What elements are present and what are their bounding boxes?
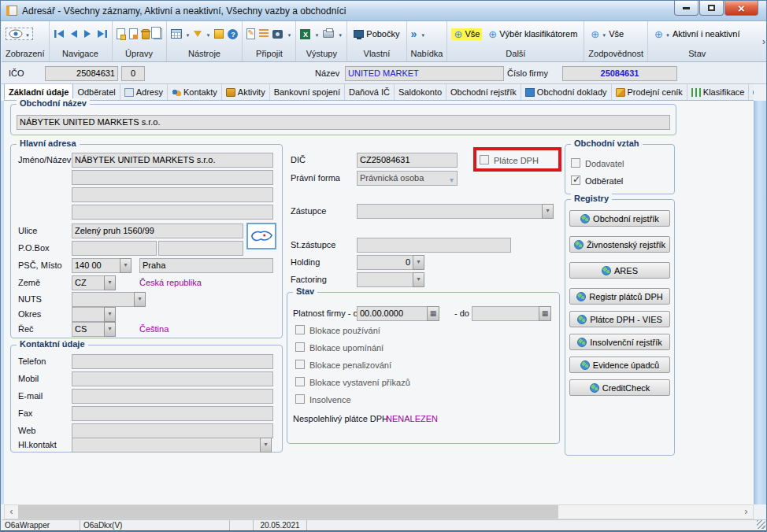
new-record-icon[interactable] xyxy=(117,28,125,39)
tab-prodejni-cenik[interactable]: Prodejní ceník xyxy=(612,84,687,100)
toolbar-overflow-button[interactable] xyxy=(746,21,767,61)
attachment-icon[interactable] xyxy=(272,30,283,39)
menu-arrows-icon[interactable] xyxy=(411,29,417,39)
insolvence-checkbox[interactable] xyxy=(295,394,305,404)
tab-danova-ic[interactable]: Daňová IČ xyxy=(345,84,395,100)
dic-field[interactable]: CZ25084631 xyxy=(357,153,458,168)
web-field[interactable] xyxy=(72,423,273,438)
list-icon[interactable] xyxy=(259,29,269,39)
chevron-down-icon[interactable] xyxy=(206,29,210,39)
blokace-pouzivani-checkbox[interactable] xyxy=(295,325,305,334)
registr-platcu-dph-button[interactable]: Registr plátců DPH xyxy=(569,288,670,305)
holding-field[interactable]: 0 xyxy=(357,255,413,270)
zastupce-field[interactable] xyxy=(357,204,543,219)
help-icon[interactable] xyxy=(228,29,238,39)
tab-obchodni-doklady[interactable]: Obchodní doklady xyxy=(521,84,612,100)
telefon-field[interactable] xyxy=(72,354,273,369)
platce-dph-vies-button[interactable]: Plátce DPH - VIES xyxy=(569,311,670,327)
chevron-down-icon[interactable] xyxy=(314,29,319,39)
tab-klasifikace[interactable]: Klasifikace xyxy=(687,84,750,100)
misto-field[interactable]: Praha xyxy=(139,258,273,273)
tab-saldokonto[interactable]: Saldokonto xyxy=(395,84,446,100)
ares-button[interactable]: ARES xyxy=(569,262,670,279)
nazev-field[interactable]: UNITED MARKET xyxy=(345,66,504,81)
previous-record-icon[interactable] xyxy=(69,29,79,39)
zivnostensky-rejstrik-button[interactable]: Živnostenský rejstřík xyxy=(569,236,670,253)
jmeno-field-4[interactable] xyxy=(72,205,273,220)
factoring-lookup-button[interactable] xyxy=(413,272,424,287)
delete-record-icon[interactable] xyxy=(142,29,150,39)
resize-grip[interactable] xyxy=(757,520,765,529)
jmeno-field-3[interactable] xyxy=(72,187,273,202)
fax-field[interactable] xyxy=(72,406,273,421)
chevron-down-icon[interactable] xyxy=(421,29,425,39)
ulice-field[interactable]: Zelený pruh 1560/99 xyxy=(72,224,243,238)
blokace-penalizovani-checkbox[interactable] xyxy=(295,360,305,369)
mobil-field[interactable] xyxy=(72,371,273,386)
creditcheck-button[interactable]: CreditCheck xyxy=(569,379,670,396)
psc-field[interactable]: 140 00 xyxy=(72,258,120,273)
last-record-icon[interactable] xyxy=(96,29,108,39)
tab-zakladni-udaje[interactable]: Základní údaje xyxy=(4,84,73,100)
scroll-left-button[interactable] xyxy=(5,505,18,519)
chevron-down-icon[interactable] xyxy=(338,29,343,39)
tab-obchodni-rejstrik[interactable]: Obchodní rejstřík xyxy=(446,84,521,100)
rec-lookup-button[interactable] xyxy=(104,322,116,337)
scroll-right-button[interactable] xyxy=(739,505,753,519)
calendar-button-2[interactable] xyxy=(539,306,551,321)
holding-lookup-button[interactable] xyxy=(413,255,424,270)
pobox-field-2[interactable] xyxy=(158,241,243,256)
blokace-vystaveni-prikazu-checkbox[interactable] xyxy=(295,377,305,386)
insolvencni-rejstrik-button[interactable]: Insolvenční rejstřík xyxy=(569,334,670,350)
tools-icon[interactable] xyxy=(214,29,224,39)
tab-bankovni-spojeni[interactable]: Bankovní spojení xyxy=(270,84,345,100)
tab-historie-zmen[interactable]: Historie změn xyxy=(749,84,754,100)
map-button[interactable] xyxy=(246,223,276,249)
tab-aktivity[interactable]: Aktivity xyxy=(222,84,270,100)
filter-icon[interactable] xyxy=(194,31,202,37)
evidence-upadcu-button[interactable]: Evidence úpadců xyxy=(569,357,670,373)
horizontal-scrollbar[interactable] xyxy=(4,504,754,519)
vyber-klasifikatorem-button[interactable]: Výběr klasifikátorem xyxy=(486,28,580,40)
tab-odberatel[interactable]: Odběratel xyxy=(73,84,120,100)
dodavatel-checkbox[interactable] xyxy=(571,158,580,168)
excel-export-icon[interactable] xyxy=(300,29,310,39)
scrollbar-thumb[interactable] xyxy=(18,505,558,519)
minimize-button[interactable] xyxy=(674,1,698,16)
hlkontakt-lookup-button[interactable] xyxy=(260,438,272,453)
zeme-field[interactable]: CZ xyxy=(72,275,105,290)
view-mode-button[interactable] xyxy=(6,28,33,40)
hlkontakt-field[interactable] xyxy=(72,438,261,453)
tab-adresy[interactable]: Adresy xyxy=(120,84,168,100)
next-record-icon[interactable] xyxy=(83,29,92,39)
chevron-down-icon[interactable] xyxy=(287,29,291,39)
tab-kontakty[interactable]: Kontakty xyxy=(168,84,222,100)
pobocky-button[interactable]: Pobočky xyxy=(351,28,402,39)
obchodni-nazev-field[interactable]: NÁBYTEK UNITED MARKETS s.r.o. xyxy=(17,115,670,130)
zodpovednost-filter-button[interactable]: Vše xyxy=(588,28,626,40)
ico-field[interactable]: 25084631 xyxy=(45,66,118,81)
copy-record-icon[interactable] xyxy=(154,28,162,39)
psc-lookup-button[interactable] xyxy=(120,258,132,273)
obchodni-rejstrik-button[interactable]: Obchodní rejstřík xyxy=(569,210,670,227)
jmeno-field[interactable]: NÁBYTEK UNITED MARKETS s.r.o. xyxy=(72,153,273,168)
calendar-button[interactable] xyxy=(427,306,439,321)
vse-button[interactable]: Vše xyxy=(451,28,482,40)
email-field[interactable] xyxy=(72,389,273,404)
jmeno-field-2[interactable] xyxy=(72,170,273,185)
zastupce-lookup-button[interactable] xyxy=(542,204,554,219)
table-settings-icon[interactable] xyxy=(171,29,182,39)
first-record-icon[interactable] xyxy=(54,29,65,39)
platnost-do-field[interactable] xyxy=(472,306,539,321)
stav-filter-button[interactable]: Aktivní i neaktivní xyxy=(652,28,742,40)
platnost-od-field[interactable]: 00.00.0000 xyxy=(357,306,428,321)
ico-sub-field[interactable]: 0 xyxy=(121,66,145,81)
nuts-field[interactable] xyxy=(72,292,135,307)
note-icon[interactable] xyxy=(246,28,255,39)
pravni-forma-select[interactable]: Právnická osoba xyxy=(357,171,458,186)
factoring-field[interactable] xyxy=(357,272,413,287)
pobox-field[interactable] xyxy=(72,241,157,256)
zeme-lookup-button[interactable] xyxy=(104,275,116,290)
maximize-button[interactable] xyxy=(699,1,724,16)
okres-lookup-button[interactable] xyxy=(104,307,116,322)
